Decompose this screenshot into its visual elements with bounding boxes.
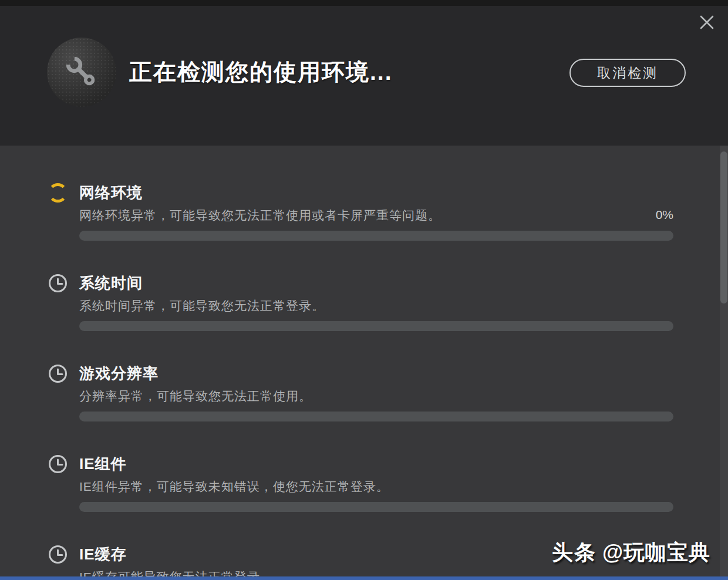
check-list: 网络环境网络环境异常，可能导致您无法正常使用或者卡屏严重等问题。0%系统时间系统… [0, 183, 728, 580]
check-name: 游戏分辨率 [79, 364, 673, 383]
window-top-frame [0, 0, 728, 6]
check-list-panel: 网络环境网络环境异常，可能导致您无法正常使用或者卡屏严重等问题。0%系统时间系统… [0, 146, 728, 580]
environment-check-window: 正在检测您的使用环境... 取消检测 网络环境网络环境异常，可能导致您无法正常使… [0, 0, 728, 580]
check-description: 系统时间异常，可能导致您无法正常登录。 [79, 298, 673, 313]
clock-icon [48, 545, 68, 564]
check-row: 系统时间系统时间异常，可能导致您无法正常登录。 [0, 274, 728, 364]
close-icon[interactable] [699, 14, 715, 31]
clock-icon [48, 454, 68, 474]
watermark-brand: 头条 [552, 540, 596, 564]
check-description: 网络环境异常，可能导致您无法正常使用或者卡屏严重等问题。 [79, 208, 673, 223]
progress-bar [79, 412, 673, 421]
check-row: IE组件IE组件异常，可能导致未知错误，使您无法正常登录。 [0, 454, 728, 545]
progress-bar [79, 321, 673, 331]
watermark: 头条 @玩咖宝典 [552, 538, 710, 567]
check-name: 系统时间 [79, 274, 673, 293]
header: 正在检测您的使用环境... 取消检测 [0, 6, 728, 146]
loading-spinner-icon [48, 183, 68, 203]
check-row: 网络环境网络环境异常，可能导致您无法正常使用或者卡屏严重等问题。0% [0, 183, 728, 274]
scrollbar[interactable] [720, 146, 728, 580]
progress-bar [79, 502, 673, 512]
check-name: IE组件 [79, 454, 673, 474]
scrollbar-thumb[interactable] [720, 151, 727, 304]
progress-percentage: 0% [656, 208, 673, 222]
check-description: IE组件异常，可能导致未知错误，使您无法正常登录。 [79, 479, 673, 494]
cancel-detection-button[interactable]: 取消检测 [569, 59, 686, 87]
clock-icon [48, 364, 68, 383]
check-row: 游戏分辨率分辨率异常，可能导致您无法正常使用。 [0, 364, 728, 454]
bottom-accent-bar [0, 576, 728, 580]
progress-bar [79, 231, 673, 241]
watermark-handle: @玩咖宝典 [602, 540, 710, 564]
check-name: 网络环境 [79, 183, 673, 203]
clock-icon [48, 274, 68, 293]
page-title: 正在检测您的使用环境... [129, 56, 393, 89]
wrench-icon [47, 38, 116, 107]
check-description: 分辨率异常，可能导致您无法正常使用。 [79, 389, 673, 404]
